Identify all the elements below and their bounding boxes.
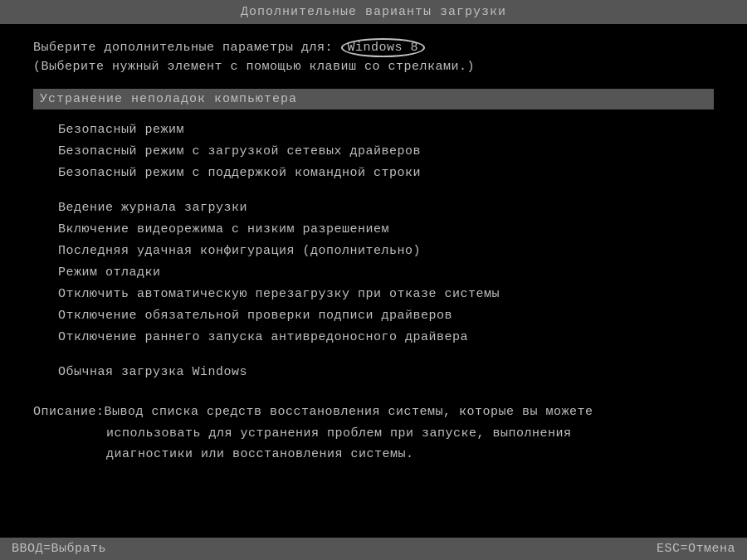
list-item[interactable]: Безопасный режим с загрузкой сетевых дра…: [33, 141, 714, 163]
footer-left: ВВОД=Выбрать: [12, 542, 106, 556]
selected-menu-item[interactable]: Устранение неполадок компьютера: [33, 89, 714, 110]
description-line-3: диагностики или восстановления системы.: [33, 444, 714, 465]
list-item[interactable]: Последняя удачная конфигурация (дополнит…: [33, 241, 714, 262]
description-line-1: Описание: Вывод списка средств восстанов…: [33, 402, 714, 423]
menu-group-3: Обычная загрузка Windows: [33, 362, 714, 383]
list-item[interactable]: Включение видеорежима с низким разрешени…: [33, 219, 714, 241]
windows-highlight: Windows 8: [341, 38, 426, 57]
list-item[interactable]: Безопасный режим с поддержкой командной …: [33, 163, 714, 184]
footer-bar: ВВОД=Выбрать ESC=Отмена: [0, 538, 747, 560]
subtitle-prefix: Выберите дополнительные параметры для:: [33, 41, 341, 55]
title-bar: Дополнительные варианты загрузки: [0, 0, 747, 24]
description-label: Описание:: [33, 402, 105, 423]
hint-line: (Выберите нужный элемент с помощью клави…: [33, 60, 714, 74]
description-line-2: использовать для устранения проблем при …: [33, 423, 714, 445]
list-item[interactable]: Отключение обязательной проверки подписи…: [33, 305, 714, 327]
subtitle-line: Выберите дополнительные параметры для: W…: [33, 41, 714, 55]
list-item[interactable]: Обычная загрузка Windows: [33, 362, 714, 383]
description-text-3: диагностики или восстановления системы.: [106, 447, 414, 461]
description-section: Описание: Вывод списка средств восстанов…: [33, 402, 714, 465]
footer-right: ESC=Отмена: [657, 542, 735, 556]
description-text-2: использовать для устранения проблем при …: [106, 426, 572, 441]
list-item[interactable]: Отключение раннего запуска антивредоносн…: [33, 327, 714, 348]
menu-group-2: Ведение журнала загрузки Включение видео…: [33, 197, 714, 348]
list-item[interactable]: Отключить автоматическую перезагрузку пр…: [33, 284, 714, 305]
title-text: Дополнительные варианты загрузки: [241, 5, 506, 19]
main-content: Выберите дополнительные параметры для: W…: [0, 24, 747, 538]
list-item[interactable]: Безопасный режим: [33, 119, 714, 141]
menu-group-1: Безопасный режим Безопасный режим с загр…: [33, 119, 714, 184]
list-item[interactable]: Режим отладки: [33, 262, 714, 284]
description-text-1: Вывод списка средств восстановления сист…: [105, 402, 593, 423]
list-item[interactable]: Ведение журнала загрузки: [33, 197, 714, 219]
screen: Дополнительные варианты загрузки Выберит…: [0, 0, 747, 560]
